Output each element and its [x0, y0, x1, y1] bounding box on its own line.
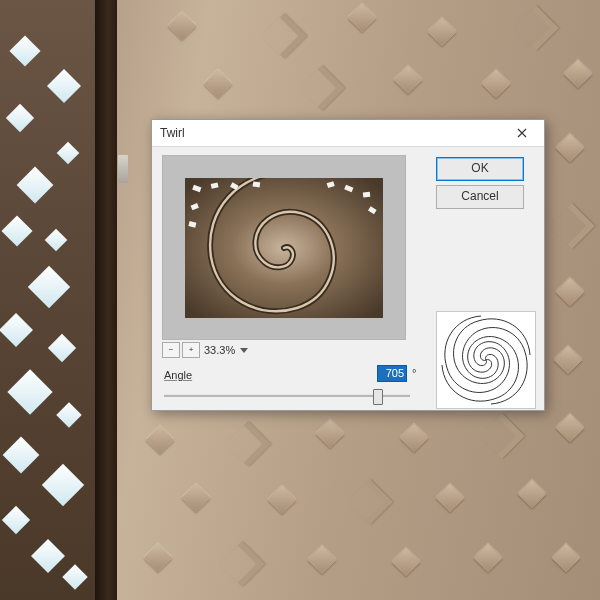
plus-icon: + [189, 346, 194, 354]
cancel-button[interactable]: Cancel [436, 185, 524, 209]
svg-rect-7 [363, 191, 370, 197]
zoom-in-button[interactable]: + [182, 342, 200, 358]
svg-rect-4 [253, 181, 261, 187]
door-hinge [118, 155, 128, 183]
door-trim [95, 0, 117, 600]
zoom-dropdown-icon[interactable] [240, 348, 248, 353]
angle-input[interactable]: 705 [377, 365, 407, 382]
zoom-percent: 33.3% [202, 344, 237, 356]
preview-area[interactable] [162, 155, 406, 340]
close-button[interactable] [502, 120, 542, 146]
angle-label: Angle [164, 369, 192, 381]
angle-slider[interactable] [164, 388, 410, 402]
twirl-indicator [436, 311, 536, 409]
twirl-dialog: Twirl [151, 119, 545, 411]
degree-symbol: ° [412, 367, 416, 379]
slider-thumb[interactable] [373, 389, 383, 405]
preview-image [185, 178, 383, 318]
ok-button[interactable]: OK [436, 157, 524, 181]
zoom-bar: − + 33.3% [162, 341, 406, 359]
titlebar[interactable]: Twirl [152, 120, 544, 147]
zoom-out-button[interactable]: − [162, 342, 180, 358]
close-icon [517, 128, 527, 138]
minus-icon: − [169, 346, 174, 354]
dialog-title: Twirl [160, 126, 502, 140]
spiral-icon [441, 315, 531, 405]
